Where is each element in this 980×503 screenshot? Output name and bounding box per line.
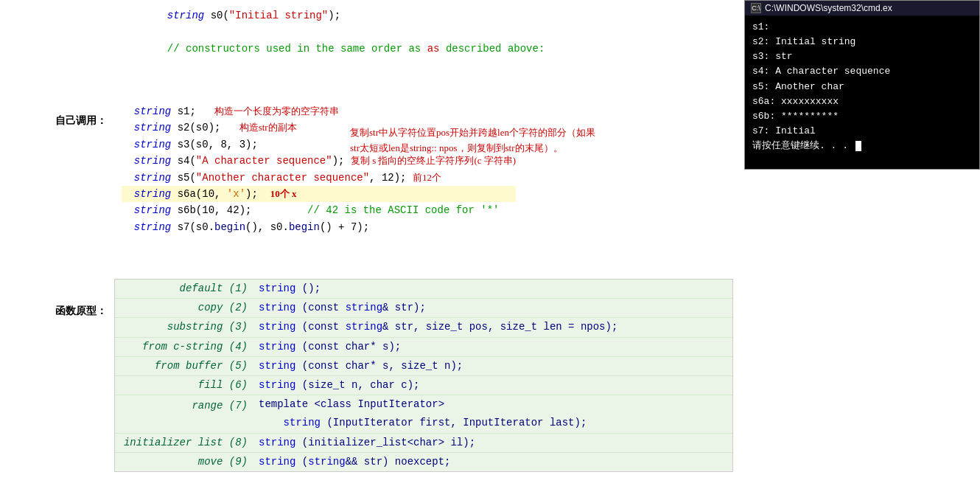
s3-code: string s3(s0, 8, 3);: [122, 136, 258, 153]
s3-annotation-bottom: str太短或len是string:: npos，则复制到str的末尾）。: [350, 140, 563, 156]
fn-row-buffer: from buffer (5) string (const char* s, s…: [115, 357, 732, 376]
s5-code: string s5("Another character sequence", …: [122, 170, 441, 186]
self-call-code: string s1; 构造一个长度为零的空字符串 string s2(s0); …: [122, 103, 516, 235]
fn-name-range: range (7): [115, 395, 255, 432]
cmd-line-press: 请按任意键继续. . .: [752, 139, 972, 153]
fn-name-initlist: initializer list (8): [115, 434, 255, 452]
cmd-line-3: s3: str: [752, 49, 972, 64]
code-line-comment: // constructors used in the same order a…: [155, 41, 744, 57]
self-call-label: 自己调用：: [0, 103, 114, 114]
cmd-line-4: s4: A character sequence: [752, 64, 972, 79]
cmd-line-6a: s6a: xxxxxxxxxx: [752, 94, 972, 109]
fn-name-cstring: from c-string (4): [115, 338, 255, 356]
fn-row-cstring: from c-string (4) string (const char* s)…: [115, 338, 732, 357]
fn-label-text: 函数原型：: [55, 305, 107, 318]
fn-row-fill: fill (6) string (size_t n, char c);: [115, 376, 732, 395]
cmd-line-6b: s6b: **********: [752, 109, 972, 124]
s3-annotation-top: 复制str中从字符位置pos开始并跨越len个字符的部分（如果: [350, 125, 595, 140]
fn-name-substring: substring (3): [115, 318, 255, 336]
s6b-line: string s6b(10, 42); // 42 is the ASCII c…: [122, 202, 516, 218]
s7-code: string s7(s0.begin(), s0.begin() + 7);: [122, 219, 369, 235]
fn-name-buffer: from buffer (5): [115, 357, 255, 375]
fn-code-range: template <class InputIterator> string (I…: [255, 395, 732, 432]
s1-code: string s1; 构造一个长度为零的空字符串: [122, 103, 339, 119]
fn-row-move: move (9) string (string&& str) noexcept;: [115, 453, 732, 471]
code-line-blank1: [155, 24, 744, 40]
s6a-line: string s6a(10, 'x'); 10个 x: [122, 186, 516, 202]
fn-row-initlist: initializer list (8) string (initializer…: [115, 434, 732, 453]
self-call-label-text: 自己调用：: [55, 114, 107, 128]
fn-name-move: move (9): [115, 453, 255, 471]
fn-code-move: string (string&& str) noexcept;: [255, 453, 732, 471]
code-top: string s0("Initial string"); // construc…: [0, 7, 744, 57]
cmd-icon: C:\: [751, 3, 761, 13]
s6a-code: string s6a(10, 'x'); 10个 x: [122, 186, 296, 202]
top-code-section: string s0("Initial string"); // construc…: [0, 7, 744, 57]
cmd-body: s1: s2: Initial string s3: str s4: A cha…: [745, 15, 979, 158]
fn-label: 函数原型：: [0, 279, 114, 472]
fn-code-fill: string (size_t n, char c);: [255, 376, 732, 395]
fn-table: default (1) string (); copy (2) string (…: [114, 279, 733, 472]
s1-line: string s1; 构造一个长度为零的空字符串: [122, 103, 516, 119]
fn-row-default: default (1) string ();: [115, 280, 732, 299]
cmd-line-7: s7: Initial: [752, 124, 972, 139]
cmd-line-1: s1:: [752, 20, 972, 35]
cmd-title: C:\WINDOWS\system32\cmd.ex: [765, 3, 892, 13]
cmd-titlebar: C:\ C:\WINDOWS\system32\cmd.ex: [745, 1, 979, 15]
cmd-window: C:\ C:\WINDOWS\system32\cmd.ex s1: s2: I…: [744, 0, 980, 170]
fn-code-cstring: string (const char* s);: [255, 338, 732, 356]
fn-row-range: range (7) template <class InputIterator>…: [115, 395, 732, 433]
fn-row-substring: substring (3) string (const string& str,…: [115, 318, 732, 337]
fn-row-copy: copy (2) string (const string& str);: [115, 299, 732, 318]
fn-code-initlist: string (initializer_list<char> il);: [255, 434, 732, 452]
cmd-line-2: s2: Initial string: [752, 35, 972, 49]
s2-code: string s2(s0); 构造str的副本: [122, 119, 297, 136]
s7-line: string s7(s0.begin(), s0.begin() + 7);: [122, 219, 516, 235]
fn-name-default: default (1): [115, 280, 255, 298]
s3-line: string s3(s0, 8, 3); 复制str中从字符位置pos开始并跨越…: [122, 136, 516, 153]
fn-code-substring: string (const string& str, size_t pos, s…: [255, 318, 732, 336]
fn-name-copy: copy (2): [115, 299, 255, 317]
fn-code-copy: string (const string& str);: [255, 299, 732, 317]
fn-code-buffer: string (const char* s, size_t n);: [255, 357, 732, 375]
s6b-code: string s6b(10, 42); // 42 is the ASCII c…: [122, 202, 500, 218]
s5-line: string s5("Another character sequence", …: [122, 170, 516, 186]
code-line-s0: string s0("Initial string");: [155, 7, 744, 24]
fn-code-default: string ();: [255, 280, 732, 298]
fn-section: 函数原型： default (1) string (); copy (2) st…: [0, 279, 744, 472]
cmd-line-5: s5: Another char: [752, 80, 972, 94]
fn-name-fill: fill (6): [115, 376, 255, 395]
